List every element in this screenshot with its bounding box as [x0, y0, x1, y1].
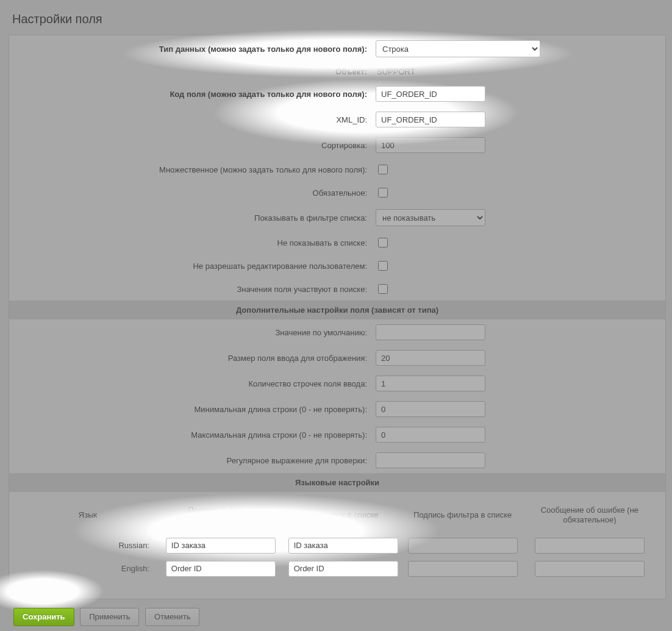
xml-id-input[interactable] [376, 112, 485, 127]
field-code-input[interactable] [376, 86, 485, 102]
min-len-label: Минимальная длина строки (0 - не проверя… [195, 405, 367, 414]
button-row: Сохранить Применить Отменить [0, 599, 672, 632]
no-edit-checkbox[interactable] [378, 261, 388, 271]
in-search-label: Значения поля участвуют в поиске: [237, 285, 367, 294]
rows-input[interactable] [376, 376, 485, 391]
max-len-input[interactable] [376, 427, 485, 443]
hide-list-checkbox[interactable] [378, 238, 388, 248]
lang-filter-label-input[interactable] [408, 538, 518, 554]
cancel-button[interactable]: Отменить [145, 608, 199, 626]
xml-id-label: XML_ID: [336, 115, 367, 124]
page-title: Настройки поля [0, 0, 672, 35]
sort-input[interactable] [376, 137, 485, 153]
required-checkbox[interactable] [378, 188, 388, 198]
lang-col-lang: Язык [18, 502, 158, 534]
max-len-label: Максимальная длина строки (0 - не провер… [191, 430, 367, 440]
data-type-select[interactable]: Строка [376, 40, 540, 57]
form-panel: Тип данных (можно задать только для ново… [9, 35, 666, 599]
size-input[interactable] [376, 350, 485, 366]
section-lang-header: Языковые настройки [9, 473, 665, 492]
default-label: Значение по умолчанию: [276, 328, 367, 337]
object-label: Объект: [335, 67, 367, 76]
object-value: SUPPORT [376, 67, 415, 76]
lang-filter-label-input[interactable] [408, 561, 518, 577]
regex-input[interactable] [376, 452, 485, 468]
lang-name: Russian: [118, 541, 149, 550]
save-button[interactable]: Сохранить [13, 608, 74, 626]
data-type-label: Тип данных (можно задать только для ново… [159, 45, 367, 54]
lang-col-error-msg: Сообщение об ошибке (не обязательное) [523, 502, 657, 534]
lang-error-msg-input[interactable] [535, 561, 645, 577]
in-search-checkbox[interactable] [378, 284, 388, 294]
lang-col-list-header: Заголовок в списке [284, 502, 403, 534]
required-label: Обязательное: [313, 188, 367, 198]
section-additional-header: Дополнительные настройки поля (зависят о… [9, 301, 665, 319]
apply-button[interactable]: Применить [80, 608, 139, 626]
lang-row-russian: Russian: [18, 534, 657, 557]
multiple-label: Множественное (можно задать только для н… [159, 165, 367, 174]
min-len-input[interactable] [376, 401, 485, 417]
field-code-label: Код поля (можно задать только для нового… [170, 90, 367, 99]
lang-name: English: [121, 564, 149, 573]
multiple-checkbox[interactable] [378, 165, 388, 174]
size-label: Размер поля ввода для отображения: [228, 354, 367, 363]
default-input[interactable] [376, 324, 485, 340]
lang-col-edit-label: Подпись в форме редактирования [158, 502, 284, 534]
show-filter-select[interactable]: не показывать [376, 209, 485, 226]
lang-edit-label-input[interactable] [166, 561, 276, 577]
lang-edit-label-input[interactable] [166, 538, 276, 554]
lang-list-header-input[interactable] [288, 538, 398, 554]
show-filter-label: Показывать в фильтре списка: [254, 213, 367, 223]
hide-list-label: Не показывать в списке: [277, 238, 367, 248]
sort-label: Сортировка: [321, 141, 367, 150]
lang-error-msg-input[interactable] [535, 538, 645, 554]
no-edit-label: Не разрешать редактирование пользователе… [193, 262, 367, 271]
lang-col-filter-label: Подпись фильтра в списке [403, 502, 523, 534]
rows-label: Количество строчек поля ввода: [248, 379, 367, 388]
lang-list-header-input[interactable] [288, 561, 398, 577]
regex-label: Регулярное выражение для проверки: [227, 456, 367, 465]
lang-row-english: English: [18, 557, 657, 580]
